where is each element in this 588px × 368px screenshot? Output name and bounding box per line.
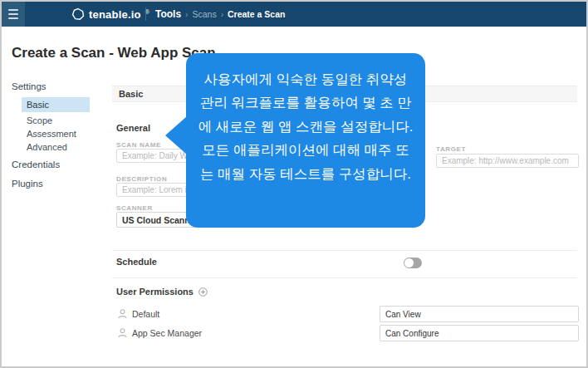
user-icon (118, 328, 127, 338)
permission-row: Default (118, 309, 159, 319)
breadcrumb: Tools › Scans › Create a Scan (155, 2, 285, 27)
page-title: Create a Scan - Web App Scan (12, 45, 216, 61)
permission-select-default[interactable]: Can View (380, 306, 579, 322)
permission-user-name: Default (132, 309, 159, 319)
hamburger-icon (8, 13, 18, 15)
sidebar-item-scope[interactable]: Scope (27, 115, 52, 125)
user-icon (118, 309, 127, 319)
target-label: TARGET (436, 145, 466, 153)
add-permission-icon[interactable] (198, 287, 208, 297)
divider (112, 250, 577, 251)
callout-arrow-left (165, 116, 187, 155)
brand-name: tenable.io (89, 8, 141, 21)
brand-logo[interactable]: tenable.io ® (71, 2, 149, 27)
permission-user-name: App Sec Manager (132, 328, 202, 338)
tooltip-callout: 사용자에게 익숙한 동일한 취약성 관리 워크플로를 활용하여 몇 초 만에 새… (186, 53, 425, 228)
breadcrumb-tools[interactable]: Tools (155, 8, 181, 20)
sidebar-item-credentials[interactable]: Credentials (12, 159, 60, 169)
topbar-divider (145, 7, 146, 21)
breadcrumb-separator: › (221, 10, 223, 19)
permission-select-appsec[interactable]: Can Configure (380, 325, 579, 341)
general-group-label: General (116, 123, 150, 133)
breadcrumb-current: Create a Scan (228, 9, 285, 19)
description-label: DESCRIPTION (116, 175, 167, 183)
sidebar-item-assessment[interactable]: Assessment (27, 129, 76, 139)
divider (112, 277, 577, 278)
scan-name-label: SCAN NAME (116, 141, 161, 149)
target-input[interactable] (436, 154, 579, 168)
app-window: tenable.io ® Tools › Scans › Create a Sc… (0, 0, 588, 368)
hamburger-icon (8, 9, 18, 11)
breadcrumb-scans[interactable]: Scans (192, 9, 216, 19)
sidebar-item-advanced[interactable]: Advanced (27, 142, 67, 152)
hamburger-menu-button[interactable] (2, 2, 25, 27)
sidebar-item-plugins[interactable]: Plugins (12, 179, 43, 189)
sidebar-item-settings[interactable]: Settings (12, 81, 47, 91)
user-permissions-header: User Permissions (116, 287, 208, 297)
permission-row: App Sec Manager (118, 328, 202, 338)
scanner-label: SCANNER (116, 204, 153, 212)
schedule-toggle[interactable] (404, 258, 422, 268)
breadcrumb-separator: › (185, 10, 188, 19)
schedule-label: Schedule (116, 257, 157, 267)
sidebar-item-basic[interactable]: Basic (22, 97, 90, 112)
hamburger-icon (8, 17, 18, 19)
callout-text: 사용자에게 익숙한 동일한 취약성 관리 워크플로를 활용하여 몇 초 만에 새… (186, 53, 425, 185)
hexagon-logo-icon (71, 7, 85, 21)
user-permissions-label: User Permissions (116, 287, 194, 297)
toggle-knob (404, 258, 414, 267)
top-navbar: tenable.io ® Tools › Scans › Create a Sc… (2, 2, 586, 27)
